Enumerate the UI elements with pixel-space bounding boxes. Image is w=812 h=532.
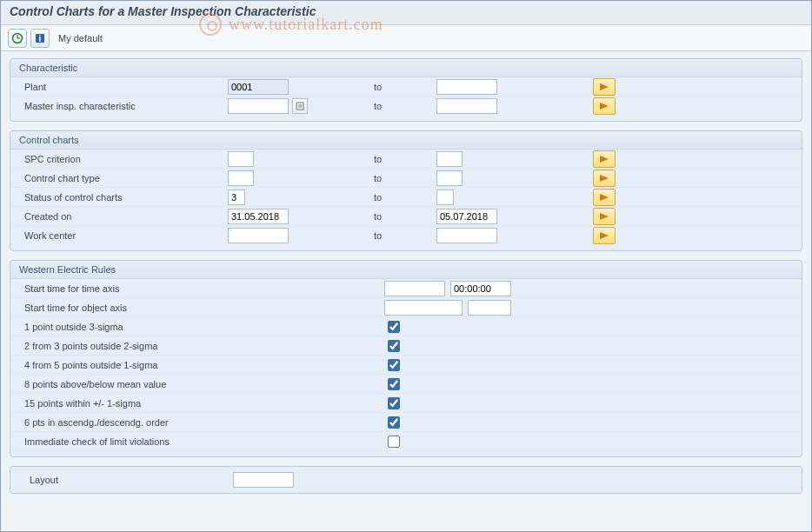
execute-button[interactable] xyxy=(8,29,27,48)
label-rule3: 4 from 5 points outside 1-sigma xyxy=(19,360,384,370)
row-rule2: 2 from 3 points outside 2-sigma xyxy=(10,336,802,356)
row-layout: Layout xyxy=(10,467,802,493)
label-rule1: 1 point outside 3-sigma xyxy=(19,322,384,332)
plant-to-input[interactable] xyxy=(436,79,497,95)
start-time-axis-date-input[interactable] xyxy=(384,281,445,296)
label-status: Status of control charts xyxy=(19,192,228,203)
created-multiselect-button[interactable] xyxy=(593,208,616,225)
content-area: Characteristic Plant to Master insp. cha… xyxy=(1,51,811,509)
page-title: Control Charts for a Master Inspection C… xyxy=(1,1,811,25)
label-rule5: 15 points within +/- 1-sigma xyxy=(19,398,384,409)
label-layout: Layout xyxy=(24,475,233,485)
cctype-to-input[interactable] xyxy=(436,170,463,186)
plant-from-input[interactable] xyxy=(228,79,289,95)
group-characteristic: Characteristic Plant to Master insp. cha… xyxy=(10,58,802,122)
to-label: to xyxy=(349,230,436,241)
row-created: Created on to xyxy=(10,207,802,226)
rule3-checkbox[interactable] xyxy=(388,359,400,371)
row-mic: Master insp. characteristic to xyxy=(10,96,802,116)
start-obj-axis-input2[interactable] xyxy=(468,300,511,316)
cctype-from-input[interactable] xyxy=(228,170,254,186)
created-to-input[interactable] xyxy=(436,209,497,224)
label-start-time-axis: Start time for time axis xyxy=(19,283,384,294)
start-obj-axis-input1[interactable] xyxy=(384,300,463,316)
mic-from-input[interactable] xyxy=(228,98,289,114)
mic-from-valuehelp[interactable] xyxy=(292,98,308,114)
app-window: Control Charts for a Master Inspection C… xyxy=(0,0,812,532)
to-label: to xyxy=(349,101,436,111)
row-rule7: Immediate check of limit violations xyxy=(10,432,802,451)
cctype-multiselect-button[interactable] xyxy=(593,170,616,187)
to-label: to xyxy=(349,173,436,183)
row-start-time-axis: Start time for time axis xyxy=(10,279,802,298)
my-default-label[interactable]: My default xyxy=(58,33,103,43)
label-plant: Plant xyxy=(19,82,228,92)
toolbar: i My default xyxy=(1,25,811,51)
status-from-input[interactable] xyxy=(228,190,245,205)
rule6-checkbox[interactable] xyxy=(388,416,400,429)
rule1-checkbox[interactable] xyxy=(388,321,400,333)
row-spc: SPC criterion to xyxy=(10,150,802,169)
spc-to-input[interactable] xyxy=(436,151,463,167)
group-wer-title: Western Electric Rules xyxy=(10,261,802,279)
to-label: to xyxy=(349,192,436,203)
status-multiselect-button[interactable] xyxy=(593,189,616,206)
label-wc: Work center xyxy=(19,230,228,241)
row-plant: Plant to xyxy=(10,77,802,96)
label-cctype: Control chart type xyxy=(19,173,228,183)
row-rule4: 8 points above/below mean value xyxy=(10,375,802,394)
wc-from-input[interactable] xyxy=(228,228,289,243)
row-status: Status of control charts to xyxy=(10,188,802,207)
rule2-checkbox[interactable] xyxy=(388,340,400,352)
group-control-charts: Control charts SPC criterion to Control … xyxy=(10,130,802,251)
wc-multiselect-button[interactable] xyxy=(593,227,616,244)
svg-rect-5 xyxy=(296,103,303,110)
group-layout: Layout xyxy=(10,466,802,494)
label-rule4: 8 points above/below mean value xyxy=(19,379,384,389)
layout-input[interactable] xyxy=(233,472,294,488)
label-mic: Master insp. characteristic xyxy=(19,101,228,111)
spc-multiselect-button[interactable] xyxy=(593,150,616,168)
row-rule1: 1 point outside 3-sigma xyxy=(10,317,802,336)
group-characteristic-title: Characteristic xyxy=(10,59,802,77)
label-start-obj-axis: Start time for object axis xyxy=(19,303,384,313)
rule4-checkbox[interactable] xyxy=(388,378,400,390)
row-rule5: 15 points within +/- 1-sigma xyxy=(10,394,802,413)
group-wer: Western Electric Rules Start time for ti… xyxy=(10,260,802,457)
row-cctype: Control chart type to xyxy=(10,169,802,188)
mic-to-input[interactable] xyxy=(436,98,497,114)
to-label: to xyxy=(349,154,436,164)
group-control-charts-title: Control charts xyxy=(10,131,802,150)
wc-to-input[interactable] xyxy=(436,228,497,243)
mic-multiselect-button[interactable] xyxy=(593,97,616,115)
plant-multiselect-button[interactable] xyxy=(593,78,616,96)
to-label: to xyxy=(349,211,436,222)
label-rule6: 6 pts in ascendg./descendg. order xyxy=(19,417,384,428)
variant-button[interactable]: i xyxy=(30,29,50,48)
row-start-obj-axis: Start time for object axis xyxy=(10,298,802,317)
label-rule2: 2 from 3 points outside 2-sigma xyxy=(19,341,384,351)
row-wc: Work center to xyxy=(10,226,802,245)
status-to-input[interactable] xyxy=(436,190,454,205)
row-rule3: 4 from 5 points outside 1-sigma xyxy=(10,356,802,375)
spc-from-input[interactable] xyxy=(228,151,254,167)
label-created: Created on xyxy=(19,211,228,222)
svg-text:i: i xyxy=(39,34,42,43)
start-time-axis-time-input[interactable] xyxy=(450,281,511,296)
rule5-checkbox[interactable] xyxy=(388,397,400,409)
label-rule7: Immediate check of limit violations xyxy=(19,436,384,447)
rule7-checkbox[interactable] xyxy=(388,436,400,448)
row-rule6: 6 pts in ascendg./descendg. order xyxy=(10,413,802,432)
created-from-input[interactable] xyxy=(228,209,289,224)
to-label: to xyxy=(349,82,436,92)
label-spc: SPC criterion xyxy=(19,154,228,164)
